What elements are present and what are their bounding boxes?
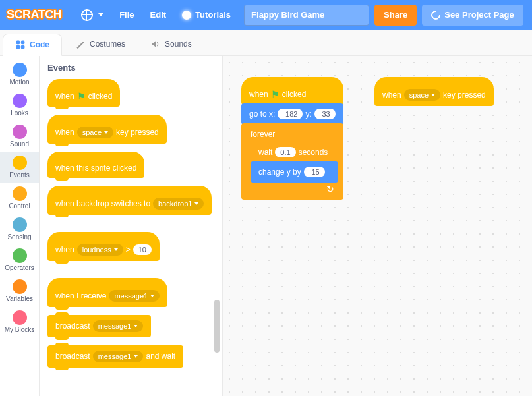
category-dot [13, 94, 27, 108]
category-label: Looks [11, 109, 28, 117]
scratch-logo[interactable]: SCRATCH [7, 8, 61, 22]
loop-arrow-icon: ↻ [326, 184, 334, 194]
file-menu[interactable]: File [111, 0, 142, 30]
category-looks[interactable]: Looks [0, 90, 39, 121]
globe-icon [81, 9, 93, 21]
see-project-page-button[interactable]: See Project Page [422, 5, 523, 26]
edit-menu[interactable]: Edit [142, 0, 175, 30]
category-label: My Blocks [5, 326, 35, 333]
block-when-flag-clicked[interactable]: when⚑clicked [47, 79, 120, 107]
share-button[interactable]: Share [374, 5, 417, 26]
category-label: Sound [10, 140, 29, 148]
message-dropdown[interactable]: message1 [109, 290, 160, 302]
canvas-when-flag-clicked[interactable]: when⚑clicked [241, 77, 343, 105]
category-control[interactable]: Control [0, 183, 39, 213]
category-dot [13, 186, 27, 201]
block-when-sprite-clicked[interactable]: when this sprite clicked [47, 152, 144, 178]
category-my-blocks[interactable]: My Blocks [0, 306, 39, 337]
block-when-backdrop-switches[interactable]: when backdrop switches tobackdrop1 [47, 186, 212, 215]
language-menu[interactable] [73, 0, 111, 30]
category-label: Sensing [7, 233, 31, 240]
reload-icon [429, 9, 442, 22]
script-stack-1[interactable]: when⚑clicked go to x:-182y:-33 forever w… [241, 77, 343, 200]
palette-scrollbar[interactable] [214, 300, 220, 353]
category-label: Operators [5, 264, 34, 271]
category-sound[interactable]: Sound [0, 121, 39, 152]
canvas-wait[interactable]: wait0.1seconds [251, 142, 338, 163]
category-dot [13, 248, 27, 263]
category-events[interactable]: Events [0, 152, 39, 183]
script-stack-2[interactable]: whenspacekey pressed [374, 77, 494, 106]
category-label: Events [9, 171, 30, 179]
canvas-key-dropdown[interactable]: space [404, 89, 440, 101]
category-dot [13, 310, 27, 325]
block-palette: Events when⚑clicked whenspacekey pressed… [40, 56, 223, 396]
canvas-forever[interactable]: forever wait0.1seconds change y by-15 ↻ [241, 123, 343, 200]
category-dot [13, 156, 27, 170]
category-dot [13, 63, 27, 77]
palette-category-title: Events [47, 63, 214, 72]
svg-rect-1 [21, 41, 25, 45]
lightbulb-icon [182, 11, 191, 20]
broadcast-dropdown[interactable]: message1 [93, 320, 144, 332]
category-label: Control [9, 202, 30, 210]
category-operators[interactable]: Operators [0, 244, 39, 275]
svg-rect-2 [16, 45, 20, 49]
block-when-receive[interactable]: when I receivemessage1 [47, 278, 167, 307]
code-icon [15, 40, 26, 50]
tab-costumes[interactable]: Costumes [63, 33, 137, 55]
loudness-value-input[interactable]: 10 [133, 244, 152, 255]
key-dropdown[interactable]: space [77, 127, 113, 138]
svg-rect-0 [16, 41, 20, 45]
category-column: MotionLooksSoundEventsControlSensingOper… [0, 56, 40, 396]
canvas-goto-xy[interactable]: go to x:-182y:-33 [241, 103, 343, 125]
tab-sounds[interactable]: Sounds [138, 33, 204, 55]
block-broadcast-wait[interactable]: broadcastmessage1and wait [47, 345, 183, 368]
category-label: Variables [6, 295, 33, 302]
backdrop-dropdown[interactable]: backdrop1 [153, 198, 204, 210]
canvas-when-key-pressed[interactable]: whenspacekey pressed [374, 77, 494, 106]
category-dot [13, 125, 27, 139]
green-flag-icon: ⚑ [271, 89, 280, 99]
block-when-loudness[interactable]: whenloudness>10 [47, 232, 160, 261]
category-dot [13, 279, 27, 294]
tab-code[interactable]: Code [3, 34, 62, 56]
green-flag-icon: ⚑ [77, 91, 86, 101]
svg-rect-3 [21, 45, 25, 49]
canvas-change-y[interactable]: change y by-15 [251, 161, 338, 183]
costumes-icon [75, 39, 86, 49]
editor-tabs: Code Costumes Sounds [0, 30, 532, 56]
wait-value-input[interactable]: 0.1 [275, 147, 295, 157]
caret-down-icon [98, 13, 103, 16]
tutorials-button[interactable]: Tutorials [174, 0, 239, 30]
sounds-icon [150, 39, 161, 49]
block-broadcast[interactable]: broadcastmessage1 [47, 315, 151, 337]
category-sensing[interactable]: Sensing [0, 213, 39, 244]
category-dot [13, 217, 27, 232]
block-when-key-pressed[interactable]: whenspacekey pressed [47, 115, 167, 144]
broadcast-wait-dropdown[interactable]: message1 [93, 351, 144, 362]
category-variables[interactable]: Variables [0, 275, 39, 306]
change-y-input[interactable]: -15 [304, 167, 325, 177]
category-motion[interactable]: Motion [0, 59, 39, 90]
script-canvas[interactable]: when⚑clicked go to x:-182y:-33 forever w… [223, 56, 532, 396]
top-menu-bar: SCRATCH File Edit Tutorials Share See Pr… [0, 0, 532, 30]
loudness-dropdown[interactable]: loudness [77, 244, 123, 256]
project-name-input[interactable] [244, 5, 369, 26]
goto-x-input[interactable]: -182 [278, 109, 303, 119]
goto-y-input[interactable]: -33 [314, 109, 336, 119]
category-label: Motion [9, 78, 29, 86]
